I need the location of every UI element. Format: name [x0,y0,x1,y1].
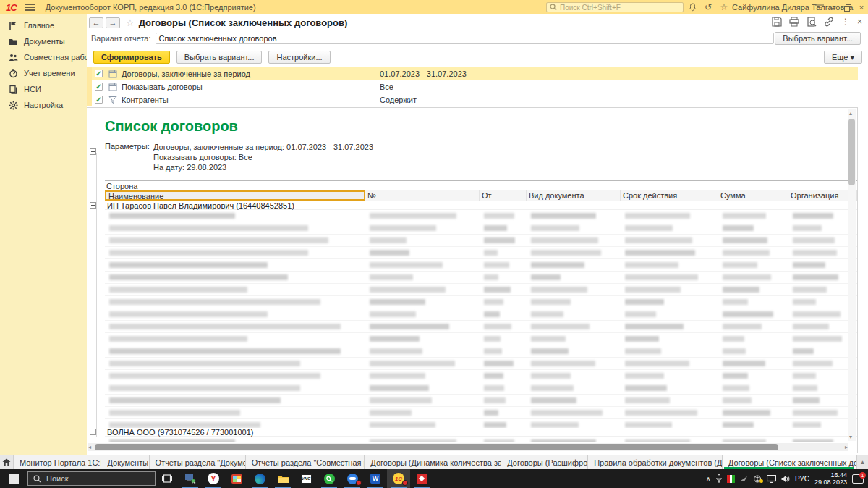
table-row[interactable] [105,407,857,419]
scroll-right-icon[interactable]: ▸ [845,444,848,450]
table-row[interactable] [105,222,857,235]
sidebar-item-nsi[interactable]: НСИ [0,81,87,97]
filter-value[interactable]: 01.07.2023 - 31.07.2023 [380,70,467,78]
hscroll-thumb[interactable] [95,444,778,450]
vnc-viewer-app[interactable]: VNC [294,469,318,488]
collapse-minus-icon[interactable] [90,148,96,155]
table-row[interactable] [105,333,857,345]
group-row[interactable]: ВОЛНА ООО (9731074526 / 773001001) [105,428,857,437]
remote-desktop-app[interactable] [179,469,202,488]
network-warning-icon[interactable] [753,475,762,483]
tab-monitor-portala[interactable]: Монитор Портала 1С:ИТС× [14,455,102,469]
word-app[interactable]: W [364,469,387,488]
table-row[interactable] [105,419,857,428]
print-icon[interactable] [789,17,799,27]
save-icon[interactable] [772,17,782,27]
favorite-star-icon[interactable]: ☆ [126,17,135,28]
tab-otchety-sovmestnaya[interactable]: Отчеты раздела "Совместная работа"× [246,455,365,469]
scroll-left-icon[interactable]: ◂ [88,444,91,450]
tab-dogovory-dinamika[interactable]: Договоры (Динамика количества заключен..… [365,455,501,469]
file-explorer-app[interactable] [271,469,294,488]
column-header[interactable]: Вид документа [527,190,621,201]
generate-button[interactable]: Сформировать [93,51,170,64]
column-header[interactable]: Сумма [718,190,788,201]
checkbox-checked-icon[interactable]: ✓ [95,83,103,91]
store-app[interactable] [225,469,248,488]
task-view-button[interactable] [156,469,179,488]
yandex-browser-app[interactable]: Y [202,469,225,488]
choose-variant-button[interactable]: Выбрать вариант... [775,32,861,45]
tab-dokumenty[interactable]: Документы× [101,455,149,469]
action-center-icon[interactable]: 1 [852,474,864,484]
tray-chevron-up-icon[interactable]: ∧ [706,475,711,483]
game-center-app[interactable] [341,469,364,488]
forward-button[interactable]: → [106,17,120,28]
home-tab[interactable] [0,455,14,469]
table-row[interactable] [105,308,857,321]
table-row[interactable] [105,235,857,247]
edge-browser-app[interactable] [248,469,271,488]
table-row[interactable] [105,395,857,407]
tab-otchety-dokumenty[interactable]: Отчеты раздела "Документы"× [150,455,246,469]
microphone-icon[interactable] [716,474,722,483]
more-button[interactable]: Еще ▾ [824,51,862,64]
table-row[interactable] [105,345,857,358]
taskbar-search-input[interactable]: Поиск [27,471,156,486]
column-header[interactable]: От [480,190,527,201]
collapse-minus-icon[interactable] [90,202,96,209]
vscroll-thumb[interactable] [848,119,855,185]
table-row[interactable] [105,284,857,296]
checkbox-checked-icon[interactable]: ✓ [95,96,103,104]
tabbar-up-button[interactable]: ▲ [856,455,868,469]
table-row[interactable] [105,272,857,284]
start-button[interactable] [0,469,27,488]
hamburger-menu-icon[interactable] [25,4,35,11]
sidebar-item-documents[interactable]: Документы [0,33,87,49]
1c-enterprise-app[interactable]: 1С [387,469,410,488]
column-header[interactable]: Срок действия [621,190,718,201]
close-report-button[interactable]: × [857,17,862,27]
bell-icon[interactable] [686,0,699,14]
more-dots-icon[interactable]: ⋮ [841,17,850,27]
checkbox-checked-icon[interactable]: ✓ [95,70,103,77]
scroll-down-icon[interactable]: ▾ [849,434,852,440]
red-diamond-app[interactable] [410,469,433,488]
table-row[interactable] [105,321,857,333]
vertical-scrollbar[interactable]: ▴ ▾ [848,109,856,441]
minimize-button[interactable]: – [826,0,839,14]
group-column-header[interactable]: Сторона [105,180,857,190]
tab-pravila-obrabotki[interactable]: Правила обработки документов (Договор ..… [588,455,723,469]
collapse-minus-icon[interactable] [90,429,96,435]
column-header-selected[interactable]: Наименование [105,190,365,201]
favorites-star-icon[interactable]: ☆ [718,0,731,14]
taskbar-clock[interactable]: 16:44 29.08.2023 [814,471,847,486]
table-row[interactable] [105,370,857,382]
column-header[interactable]: № [365,190,480,201]
table-row[interactable] [105,382,857,395]
history-icon[interactable]: ↺ [702,0,715,14]
filter-row-show-contracts[interactable]: ✓ Показывать договоры Все [87,80,858,93]
filter-value[interactable]: Все [380,83,393,91]
filter-value[interactable]: Содержит [380,96,417,104]
sidebar-item-settings[interactable]: Настройка [0,97,87,113]
language-indicator[interactable]: РУС [795,475,809,483]
vnc-tray-icon[interactable] [727,475,735,483]
global-search-input[interactable]: Поиск Ctrl+Shift+F [546,2,684,12]
table-row[interactable] [105,259,857,272]
close-window-button[interactable]: × [855,0,868,14]
tab-dogovory-spisok[interactable]: Договоры (Список заключенных договоров)× [723,455,856,469]
main-menu-icon[interactable] [813,0,826,14]
table-row[interactable] [105,210,857,222]
sidebar-item-main[interactable]: Главное [0,17,87,33]
scroll-up-icon[interactable]: ▴ [849,110,852,117]
link-icon[interactable] [824,17,834,27]
tray-app-icon[interactable] [740,475,748,483]
variant-input[interactable]: Список заключенных договоров [156,33,774,44]
choose-variant-button-2[interactable]: Выбрать вариант... [176,51,263,64]
back-button[interactable]: ← [89,17,103,28]
restore-button[interactable] [841,0,854,14]
table-row[interactable] [105,296,857,308]
table-row[interactable] [105,437,857,442]
display-icon[interactable] [767,475,776,483]
tab-dogovory-rasshifrovka[interactable]: Договоры (Расшифровка)× [501,455,588,469]
